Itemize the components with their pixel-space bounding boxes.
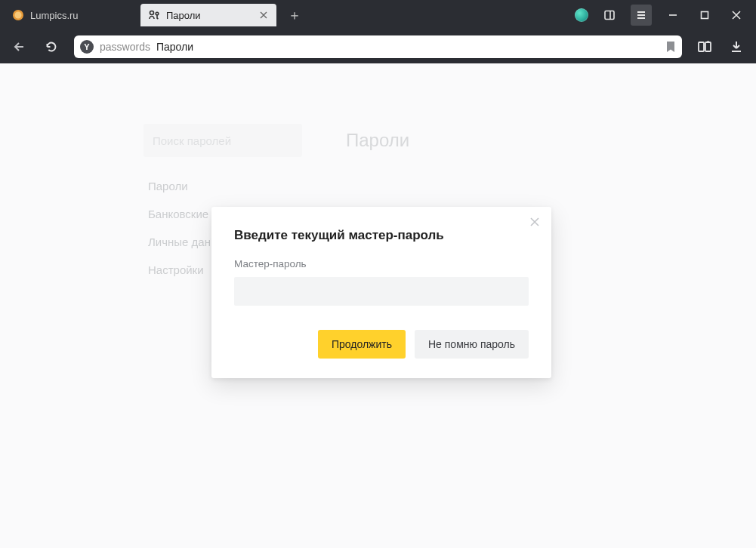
back-button[interactable] (11, 38, 29, 56)
window-maximize[interactable] (694, 5, 715, 26)
svg-point-3 (156, 12, 159, 15)
favicon-lumpics (12, 9, 24, 21)
modal-title: Введите текущий мастер-пароль (234, 228, 529, 243)
sidebar-panel-icon[interactable] (599, 5, 620, 26)
toolbar: Y passwords Пароли (0, 30, 756, 63)
browser-chrome: Lumpics.ru Пароли ＋ (0, 0, 756, 63)
window-minimize[interactable] (662, 5, 683, 26)
svg-rect-5 (702, 12, 708, 19)
profile-avatar[interactable] (575, 8, 588, 22)
master-password-modal: Введите текущий мастер-пароль Мастер-пар… (211, 207, 551, 378)
yandex-icon: Y (80, 40, 94, 54)
tab-active[interactable]: Пароли (140, 4, 276, 26)
field-label: Мастер-пароль (234, 258, 529, 269)
url-prefix: passwords (100, 41, 150, 53)
tab-inactive[interactable]: Lumpics.ru (5, 4, 140, 26)
tab-title: Lumpics.ru (30, 10, 133, 21)
forgot-password-button[interactable]: Не помню пароль (415, 330, 529, 359)
address-bar[interactable]: Y passwords Пароли (74, 35, 682, 58)
close-icon[interactable] (527, 214, 542, 229)
tab-title: Пароли (166, 10, 252, 21)
new-tab-button[interactable]: ＋ (284, 5, 305, 26)
page-content: Поиск паролей Пароли Банковские карты Ли… (0, 63, 756, 548)
menu-button[interactable] (631, 5, 652, 26)
svg-rect-4 (605, 11, 614, 20)
svg-rect-7 (705, 42, 711, 51)
extensions-icon[interactable] (696, 38, 714, 56)
downloads-icon[interactable] (727, 38, 745, 56)
key-user-icon (148, 9, 160, 21)
close-tab-icon[interactable] (258, 10, 269, 20)
reload-button[interactable] (42, 38, 60, 56)
svg-point-1 (15, 12, 22, 19)
url-main: Пароли (156, 41, 193, 53)
svg-rect-6 (699, 42, 704, 51)
titlebar-right (575, 5, 751, 26)
master-password-input[interactable] (234, 277, 529, 306)
window-close[interactable] (726, 5, 747, 26)
svg-point-2 (150, 11, 154, 15)
continue-button[interactable]: Продолжить (318, 330, 406, 359)
tab-bar: Lumpics.ru Пароли ＋ (0, 0, 756, 30)
bookmark-icon[interactable] (665, 41, 676, 53)
